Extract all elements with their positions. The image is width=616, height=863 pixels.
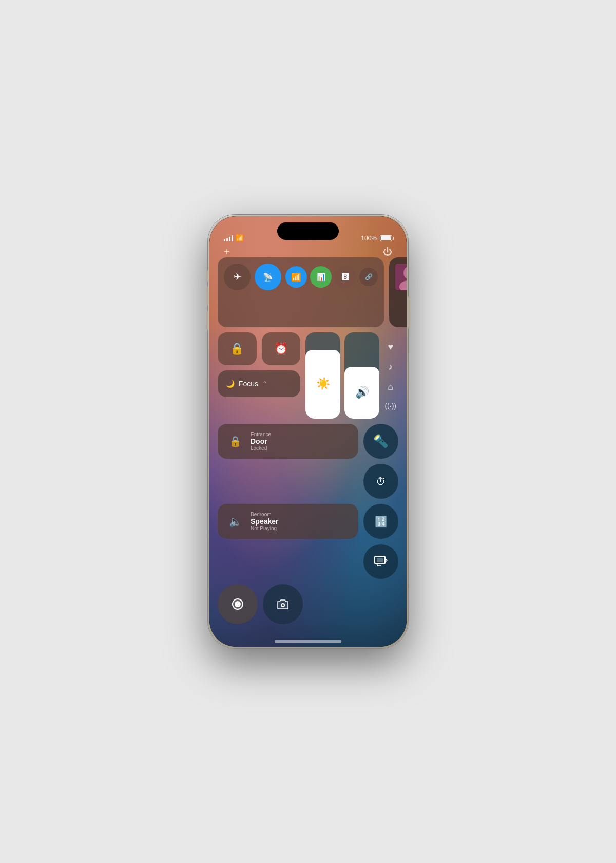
calculator-button[interactable]: 🔢 — [363, 504, 398, 539]
volume-down-button[interactable] — [206, 311, 208, 330]
signal-bars — [224, 235, 233, 241]
screen: 📶 100% + ⏻ — [209, 216, 407, 647]
signal-bar-1 — [224, 239, 225, 241]
hotspot-button[interactable]: 🔗 — [359, 268, 378, 286]
top-bar: + ⏻ — [209, 246, 407, 258]
lock-icon: 🔒 — [226, 432, 244, 451]
focus-label: Focus — [239, 380, 258, 388]
phone-shell: 📶 100% + ⏻ — [208, 215, 408, 648]
row-1: ✈ 📡 📶 📊 🅱 🔗 — [218, 257, 398, 327]
volume-slider[interactable]: 🔊 — [344, 332, 379, 419]
row-3: 🔒 Entrance Door Locked 🔦 ⏱ — [218, 424, 398, 499]
wifi-button[interactable]: 📶 — [285, 266, 307, 288]
bedroom-label-small: Bedroom — [251, 512, 278, 517]
speaker-icon: 🔈 — [226, 512, 244, 531]
focus-moon-icon: 🌙 — [226, 380, 235, 388]
home-icon[interactable]: ⌂ — [388, 382, 393, 392]
signal-bar-4 — [232, 235, 233, 241]
phone-inner: 📶 100% + ⏻ — [209, 216, 407, 647]
home-indicator — [275, 640, 341, 643]
heart-icon[interactable]: ♥ — [388, 342, 393, 352]
power-icon[interactable]: ⏻ — [383, 247, 392, 257]
volume-icon: 🔊 — [355, 386, 369, 404]
focus-chevron: ⌃ — [262, 380, 267, 387]
bedroom-speaker-button[interactable]: 🔈 Bedroom Speaker Not Playing — [218, 504, 358, 539]
battery-percentage: 100% — [361, 235, 377, 242]
signal-bar-2 — [226, 238, 228, 241]
row-2: 🔒 ⏰ 🌙 Focus ⌃ — [218, 332, 398, 419]
sliders-area: ☀️ 🔊 ♥ — [305, 332, 398, 419]
brightness-fill: ☀️ — [305, 350, 340, 419]
bedroom-label-main: Speaker — [251, 517, 278, 526]
battery-fill — [381, 236, 391, 240]
status-left: 📶 — [224, 234, 244, 242]
airplane-mode-button[interactable]: ✈ — [224, 264, 251, 290]
row-4: 🔈 Bedroom Speaker Not Playing 🔢 — [218, 504, 398, 579]
calc-mirror-col: 🔢 — [363, 504, 398, 579]
brightness-icon: ☀️ — [316, 377, 330, 396]
bedroom-label-sub: Not Playing — [251, 526, 278, 531]
silent-switch[interactable] — [206, 270, 208, 282]
radio-icon[interactable]: ((·)) — [384, 402, 396, 410]
side-icons: ♥ ♪ ⌂ ((·)) — [382, 332, 398, 419]
music-header: La Fuerte Shakira & Bizarr… — [395, 264, 407, 290]
music-controls: ⏮ ▶ ⏭ — [395, 293, 407, 307]
svg-point-6 — [235, 601, 241, 607]
timer-button[interactable]: ⏱ — [363, 464, 398, 499]
entrance-label-sub: Locked — [251, 445, 271, 451]
cellular-button[interactable]: 📊 — [310, 266, 332, 288]
svg-rect-4 — [377, 558, 383, 562]
status-right: 100% — [361, 235, 392, 242]
entrance-label-main: Door — [251, 437, 271, 445]
record-button[interactable] — [218, 584, 258, 624]
focus-button[interactable]: 🌙 Focus ⌃ — [218, 370, 300, 397]
screen-mirror-button[interactable] — [363, 544, 398, 579]
music-album-art — [395, 264, 407, 290]
airdrop-button[interactable]: 📡 — [255, 264, 281, 290]
flashlight-timer-col: 🔦 ⏱ — [363, 424, 398, 499]
dynamic-island — [277, 222, 339, 240]
entrance-door-button[interactable]: 🔒 Entrance Door Locked — [218, 424, 358, 459]
left-controls: 🔒 ⏰ 🌙 Focus ⌃ — [218, 332, 300, 419]
vertical-sliders: ☀️ 🔊 — [305, 332, 379, 419]
battery-icon — [380, 235, 392, 241]
power-button[interactable] — [408, 297, 410, 328]
connectivity-widget: ✈ 📡 📶 📊 🅱 🔗 — [218, 257, 384, 327]
add-icon[interactable]: + — [224, 246, 230, 258]
alarm-button[interactable]: ⏰ — [262, 332, 301, 365]
entrance-label-small: Entrance — [251, 431, 271, 437]
wifi-status-icon: 📶 — [236, 234, 244, 242]
camera-button[interactable] — [263, 584, 303, 624]
flashlight-button[interactable]: 🔦 — [363, 424, 398, 459]
control-center: ✈ 📡 📶 📊 🅱 🔗 — [218, 257, 398, 631]
lock-alarm-row: 🔒 ⏰ — [218, 332, 300, 365]
volume-up-button[interactable] — [206, 287, 208, 305]
bedroom-speaker-text: Bedroom Speaker Not Playing — [251, 512, 278, 531]
music-note-icon[interactable]: ♪ — [388, 362, 393, 372]
signal-bar-3 — [229, 237, 230, 241]
music-widget[interactable]: La Fuerte Shakira & Bizarr… ⏮ ▶ — [389, 257, 407, 327]
screen-lock-button[interactable]: 🔒 — [218, 332, 257, 365]
bluetooth-button[interactable]: 🅱 — [335, 266, 356, 288]
row-5 — [218, 584, 398, 624]
volume-fill: 🔊 — [344, 367, 379, 419]
brightness-slider[interactable]: ☀️ — [305, 332, 340, 419]
svg-point-8 — [282, 604, 284, 606]
entrance-door-text: Entrance Door Locked — [251, 431, 271, 451]
